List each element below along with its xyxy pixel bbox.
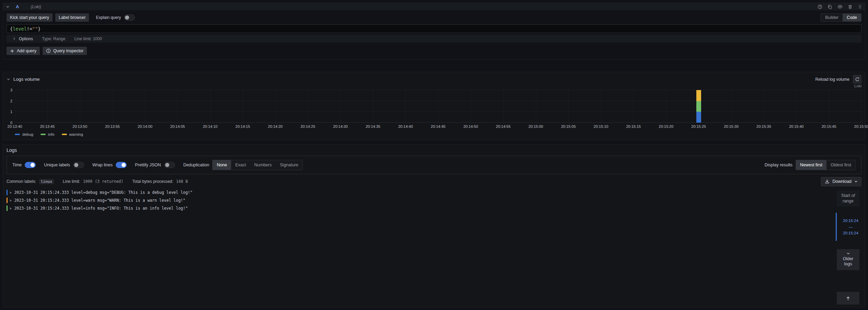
legend-item-debug[interactable]: debug	[15, 132, 33, 136]
gridline-vertical	[178, 90, 178, 123]
logs-title: Logs	[7, 147, 861, 153]
toggle-time[interactable]	[25, 162, 36, 168]
log-control-unique-labels: Unique labels	[44, 162, 84, 168]
gridline-vertical	[438, 90, 438, 123]
toggle-knob	[165, 163, 169, 167]
toggle-knob	[125, 15, 129, 20]
timeline-bar	[836, 213, 837, 241]
collapse-chevron-icon[interactable]	[6, 5, 10, 9]
legend-item-warning[interactable]: warning	[62, 132, 83, 136]
gridline-vertical	[80, 90, 80, 123]
log-row-debug[interactable]: >2023-10-31 20:15:24.333 level=debug msg…	[7, 190, 832, 195]
expand-row-chevron-icon: >	[10, 198, 11, 202]
options-type: Type: Range	[42, 36, 65, 41]
logs-volume-title: Logs volume	[13, 77, 40, 82]
older-logs-label: Older logs	[840, 256, 856, 267]
legend-item-info[interactable]: info	[41, 132, 55, 136]
common-labels-item: Common labels: linux	[7, 179, 54, 184]
toggle-knob	[122, 163, 126, 167]
x-axis-label: 20:14:10	[203, 124, 218, 129]
deduplication-control: Deduplication NoneExactNumbersSignature	[183, 160, 303, 170]
datasource-name: (Loki)	[31, 4, 41, 9]
line-limit-label: Line limit:	[63, 179, 80, 184]
query-row-header: A (Loki)	[3, 3, 865, 10]
x-axis-label: 20:14:35	[366, 124, 380, 129]
kick-start-query-button[interactable]: Kick start your query	[7, 13, 53, 22]
bar-segment-info[interactable]	[696, 101, 701, 112]
gridline-vertical	[308, 90, 308, 123]
query-token-punct: }	[38, 26, 41, 32]
bytes-processed-item: Total bytes processed: 148 B	[132, 179, 188, 184]
bar-segment-warning[interactable]	[696, 90, 701, 101]
query-code-input[interactable]: {level!=""}	[7, 24, 861, 33]
x-axis-label: 20:13:40	[8, 124, 22, 129]
logs-volume-actions: Reload log volume	[815, 75, 861, 84]
gridline-vertical	[731, 90, 732, 123]
x-axis-label: 20:14:15	[236, 124, 250, 129]
gridline-vertical	[275, 90, 276, 123]
older-logs-button[interactable]: Older logs	[837, 249, 859, 270]
range-end-timestamp[interactable]: 20:15:24	[843, 231, 858, 235]
bar-segment-debug[interactable]	[696, 112, 701, 123]
trash-icon[interactable]	[848, 4, 853, 9]
y-axis-label: 3	[10, 88, 12, 92]
legend-label: debug	[22, 132, 33, 136]
logs-volume-header: Logs volume Reload log volume	[7, 75, 861, 84]
display-results-label: Display results	[765, 163, 792, 167]
drag-handle-icon[interactable]	[858, 4, 862, 9]
toggle-knob	[31, 163, 35, 167]
toggle-label: Unique labels	[44, 163, 70, 167]
info-circle-icon	[46, 48, 51, 53]
dedup-option-none[interactable]: None	[213, 160, 231, 170]
copy-query-icon[interactable]	[827, 4, 832, 9]
scroll-to-top-button[interactable]	[837, 292, 859, 305]
logs-volume-collapse-button[interactable]: Logs volume	[7, 77, 40, 82]
add-query-button[interactable]: Add query	[7, 47, 40, 55]
dedup-option-numbers[interactable]: Numbers	[250, 160, 276, 170]
toggle-wrap-lines[interactable]	[116, 162, 127, 168]
log-text: 2023-10-31 20:15:24.333 level=debug msg=…	[14, 190, 192, 195]
x-axis-label: 20:15:30	[724, 124, 739, 129]
common-labels-badge: linux	[39, 179, 54, 184]
sort-option-newest-first[interactable]: Newest first	[796, 160, 826, 170]
help-icon[interactable]	[818, 4, 822, 9]
gridline-vertical	[373, 90, 373, 123]
x-axis-label: 20:14:30	[333, 124, 348, 129]
logs-volume-chart: 0123	[7, 90, 861, 123]
editor-mode-code[interactable]: Code	[843, 14, 861, 21]
toggle-label: Wrap lines	[92, 163, 113, 167]
dedup-option-signature[interactable]: Signature	[276, 160, 302, 170]
x-axis-label: 20:14:45	[431, 124, 446, 129]
range-start-timestamp[interactable]: 20:15:24	[843, 219, 858, 223]
gridline-vertical	[406, 90, 406, 123]
x-axis-label: 20:14:00	[138, 124, 152, 129]
log-row-warn[interactable]: >2023-10-31 20:15:24.333 level=warn msg=…	[7, 198, 832, 203]
toggle-prettify-json[interactable]	[164, 162, 175, 168]
x-axis-label: 20:15:00	[528, 124, 543, 129]
reload-log-volume-button[interactable]	[853, 75, 861, 84]
logs-controls-bar: TimeUnique labelsWrap linesPrettify JSON…	[7, 156, 861, 174]
caret-down-icon	[854, 180, 858, 183]
editor-mode-switch: BuilderCode	[821, 13, 861, 22]
options-line-limit: Line limit: 1000	[74, 36, 102, 41]
download-icon	[825, 179, 830, 184]
deduplication-label: Deduplication	[183, 163, 209, 167]
legend-label: info	[48, 132, 55, 136]
download-button[interactable]: Download	[821, 177, 861, 186]
explain-query-toggle[interactable]	[124, 14, 135, 21]
plus-icon	[10, 49, 14, 53]
query-inspector-button[interactable]: Query inspector	[43, 47, 87, 55]
dedup-option-exact[interactable]: Exact	[231, 160, 250, 170]
query-options-row: Options Type: Range Line limit: 1000	[7, 35, 861, 43]
x-axis-label: 20:14:20	[268, 124, 283, 129]
gridline-vertical	[861, 90, 862, 123]
start-of-range-button[interactable]: Start of range	[837, 190, 859, 207]
legend-swatch	[15, 134, 20, 135]
log-row-info[interactable]: >2023-10-31 20:15:24.333 level=info msg=…	[7, 206, 832, 211]
toggle-unique-labels[interactable]	[73, 162, 84, 168]
sort-option-oldest-first[interactable]: Oldest first	[826, 160, 855, 170]
eye-icon[interactable]	[837, 4, 843, 9]
label-browser-button[interactable]: Label browser	[55, 13, 89, 22]
editor-mode-builder[interactable]: Builder	[821, 14, 843, 21]
options-collapse-button[interactable]: Options	[13, 36, 33, 41]
